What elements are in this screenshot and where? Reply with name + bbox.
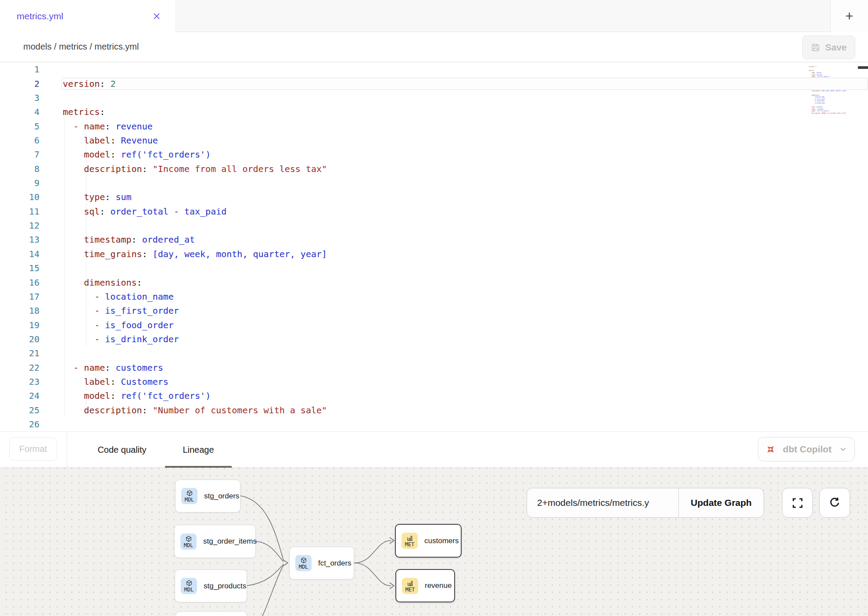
code-line-9[interactable]: 9 — [0, 176, 868, 190]
code-line-1[interactable]: 1 — [0, 62, 868, 76]
line-number: 2 — [0, 79, 39, 89]
chevron-down-icon — [839, 445, 847, 454]
code-line-6[interactable]: 6 label: Revenue — [0, 133, 868, 147]
code-line-7[interactable]: 7 model: ref('fct_orders') — [0, 147, 868, 161]
refresh-button[interactable] — [819, 488, 850, 518]
line-number: 26 — [0, 419, 39, 430]
code-line-19[interactable]: 19 - is_food_order — [0, 318, 868, 332]
badge-label: MET — [405, 542, 415, 547]
lineage-graph-canvas[interactable]: MDLstg_ordersMDLstg_order_itemsMDLstg_pr… — [0, 468, 868, 616]
lineage-node-customers[interactable]: METcustomers — [395, 524, 462, 558]
badge-label: MET — [405, 587, 415, 592]
breadcrumb: models / metrics / metrics.yml — [23, 42, 139, 52]
line-number: 4 — [0, 107, 39, 117]
code-line-21[interactable]: 21 — [0, 346, 868, 360]
plus-icon — [844, 11, 854, 21]
badge-label: MDL — [184, 587, 194, 592]
metric-chart-icon — [406, 534, 413, 541]
lineage-node-fct_orders[interactable]: MDLfct_orders — [289, 547, 354, 580]
dbt-copilot-icon — [765, 444, 776, 455]
code-line-22[interactable]: 22 - name: customers — [0, 361, 868, 375]
code-line-12[interactable]: 12 — [0, 218, 868, 233]
node-label: stg_orders — [204, 492, 239, 501]
model-cube-icon — [186, 490, 193, 497]
tab-code-quality[interactable]: Code quality — [82, 432, 161, 468]
close-tab-button[interactable] — [152, 11, 162, 21]
metric-chart-icon — [407, 580, 414, 587]
new-tab-button[interactable] — [830, 0, 868, 32]
code-line-20[interactable]: 20 - is_drink_order — [0, 332, 868, 346]
code-line-24[interactable]: 24 model: ref('fct_orders') — [0, 389, 868, 403]
code-line-15[interactable]: 15 — [0, 261, 868, 275]
lineage-node-stg_order_items[interactable]: MDLstg_order_items — [174, 525, 256, 558]
tab-lineage[interactable]: Lineage — [165, 432, 232, 468]
code-line-18[interactable]: 18 - is_first_order — [0, 304, 868, 318]
code-line-10[interactable]: 10 type: sum — [0, 190, 868, 204]
line-number: 14 — [0, 249, 39, 259]
line-number: 7 — [0, 149, 39, 160]
code-line-17[interactable]: 17 - location_name — [0, 290, 868, 304]
format-label: Format — [19, 444, 47, 454]
tab-metrics-yml[interactable]: metrics.yml — [0, 0, 175, 32]
file-header-row: models / metrics / metrics.yml Save — [0, 32, 868, 62]
save-label: Save — [825, 42, 846, 53]
line-number: 8 — [0, 164, 39, 174]
code-line-23[interactable]: 23 label: Customers — [0, 375, 868, 389]
tab-title: metrics.yml — [17, 11, 63, 21]
badge-label: MDL — [184, 543, 194, 548]
fullscreen-icon — [791, 497, 804, 509]
save-icon — [811, 43, 821, 53]
line-number: 13 — [0, 234, 39, 245]
line-number: 11 — [0, 206, 39, 217]
line-number: 20 — [0, 334, 39, 344]
node-label: customers — [424, 537, 459, 545]
line-number: 17 — [0, 291, 39, 302]
lineage-filter-input[interactable] — [527, 488, 678, 517]
code-line-26[interactable]: 26 — [0, 417, 868, 431]
lineage-node-revenue[interactable]: METrevenue — [395, 569, 455, 602]
code-line-2[interactable]: 2version: 2 — [0, 76, 868, 90]
code-line-4[interactable]: 4metrics: — [0, 105, 868, 119]
dbt-copilot-button[interactable]: dbt Copilot — [758, 437, 855, 462]
code-line-25[interactable]: 25 description: "Number of customers wit… — [0, 403, 868, 417]
line-number: 10 — [0, 192, 39, 202]
code-line-14[interactable]: 14 time_grains: [day, week, month, quart… — [0, 247, 868, 261]
format-button[interactable]: Format — [9, 437, 57, 461]
code-line-8[interactable]: 8 description: "Income from all orders l… — [0, 162, 868, 176]
line-number: 9 — [0, 178, 39, 188]
code-line-13[interactable]: 13 timestamp: ordered_at — [0, 233, 868, 247]
fullscreen-button[interactable] — [782, 488, 813, 518]
code-line-5[interactable]: 5 - name: revenue — [0, 119, 868, 133]
tab-bar: metrics.yml — [0, 0, 868, 32]
badge-label: MDL — [185, 497, 194, 502]
close-icon — [152, 12, 161, 21]
scrollbar-thumb[interactable] — [858, 66, 868, 69]
lineage-node-hidden_model[interactable] — [176, 611, 247, 616]
lineage-node-stg_products[interactable]: MDLstg_products — [175, 569, 247, 602]
copilot-label: dbt Copilot — [781, 444, 833, 455]
metric-badge: MET — [402, 533, 418, 549]
refresh-icon — [828, 496, 841, 509]
save-button[interactable]: Save — [802, 36, 855, 59]
code-editor[interactable]: 12version: 234metrics:5 - name: revenue6… — [0, 62, 868, 431]
node-label: revenue — [425, 581, 452, 590]
model-cube-icon — [185, 535, 192, 542]
editor-minimap[interactable]: version: 2metrics: - name: revenue label… — [809, 64, 868, 117]
code-line-11[interactable]: 11 sql: order_total - tax_paid — [0, 204, 868, 218]
code-line-3[interactable]: 3 — [0, 91, 868, 105]
code-lines: 12version: 234metrics:5 - name: revenue6… — [0, 62, 868, 431]
model-badge: MDL — [181, 578, 197, 594]
lineage-node-stg_orders[interactable]: MDLstg_orders — [175, 480, 240, 512]
line-number: 25 — [0, 405, 39, 415]
tab-label: Lineage — [183, 445, 214, 455]
line-number: 19 — [0, 320, 39, 330]
line-number: 12 — [0, 220, 39, 231]
line-number: 24 — [0, 390, 39, 401]
line-number: 23 — [0, 376, 39, 387]
line-number: 5 — [0, 121, 39, 132]
editor-toolbar: Format Code quality Lineage dbt Copilot — [0, 431, 868, 468]
line-number: 16 — [0, 277, 39, 288]
update-graph-button[interactable]: Update Graph — [679, 488, 764, 517]
model-cube-icon — [186, 580, 193, 587]
code-line-16[interactable]: 16 dimensions: — [0, 275, 868, 289]
